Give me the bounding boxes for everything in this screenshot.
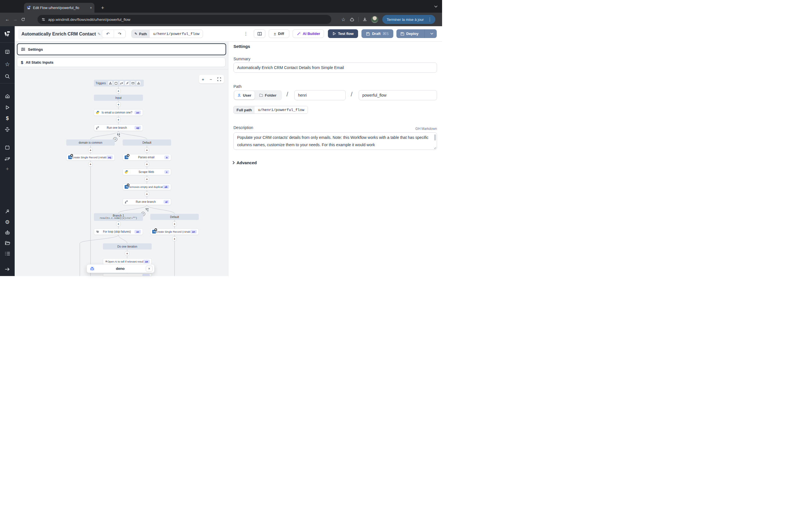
branch-node-branch-1[interactable]: Branch 1 results.c.some((x)=>x!=""): [94, 213, 143, 221]
new-tab-button[interactable]: +: [99, 4, 106, 11]
schedules-icon[interactable]: [0, 144, 15, 152]
windmill-favicon: [27, 6, 31, 10]
do-one-iteration-node[interactable]: Do one iteration: [103, 243, 152, 249]
forward-icon[interactable]: →: [11, 15, 19, 23]
textarea-scrollbar[interactable]: [434, 134, 436, 140]
step-node-is-email[interactable]: Is email a common one? ao: [94, 109, 143, 116]
step-id-badge: ak: [163, 185, 169, 189]
docs-book-button[interactable]: [254, 29, 265, 38]
diff-button[interactable]: ± Diff: [269, 29, 289, 38]
description-textarea[interactable]: Populate your CRM contacts' details from…: [234, 132, 437, 150]
settings-gear-icon[interactable]: ⚙: [0, 218, 15, 226]
routes-icon[interactable]: [0, 155, 15, 163]
popup-close-button[interactable]: ×: [146, 266, 153, 272]
user-account-icon[interactable]: [0, 207, 15, 216]
textarea-resize-handle[interactable]: [434, 147, 436, 149]
step-node-parses-email[interactable]: TS Parses email a: [123, 154, 171, 161]
variables-icon[interactable]: $: [0, 114, 15, 122]
favorites-star-icon[interactable]: ☆: [0, 60, 15, 68]
step-id-badge: al: [163, 200, 169, 204]
search-icon[interactable]: [0, 72, 15, 80]
step-node-partial[interactable]: [103, 273, 152, 276]
add-step-button[interactable]: +: [116, 222, 121, 226]
expand-sidebar-icon[interactable]: [0, 265, 15, 274]
websocket-trigger-icon[interactable]: [125, 81, 130, 86]
path-owner-input[interactable]: [294, 90, 346, 100]
http-route-trigger-icon[interactable]: [119, 81, 124, 86]
input-node[interactable]: Input: [94, 95, 143, 101]
add-item-icon[interactable]: +: [0, 165, 15, 173]
graph-edges: [15, 42, 229, 276]
deploy-dropdown-chevron-icon[interactable]: [426, 33, 437, 35]
download-icon[interactable]: [363, 17, 367, 22]
add-branch-button[interactable]: [144, 207, 149, 212]
chrome-menu-kebab-icon[interactable]: ⋮: [426, 17, 434, 22]
extensions-icon[interactable]: [350, 17, 354, 22]
add-branch-button[interactable]: [116, 133, 121, 137]
deploy-button[interactable]: Deploy: [396, 32, 422, 36]
step-node-scrape-web[interactable]: Scrape Web c: [123, 169, 171, 175]
site-settings-icon[interactable]: [42, 17, 45, 21]
toggle-user[interactable]: User: [234, 91, 255, 100]
add-step-button[interactable]: +: [145, 162, 149, 166]
resources-icon[interactable]: [0, 125, 15, 134]
workspace-icon[interactable]: [0, 48, 15, 56]
more-options-kebab-icon[interactable]: ⋮: [243, 29, 249, 38]
poll-trigger-icon[interactable]: [136, 81, 141, 86]
path-name-input[interactable]: [359, 90, 437, 100]
add-step-button[interactable]: +: [145, 148, 149, 152]
tab-search-chevron-icon[interactable]: [433, 3, 439, 10]
add-step-button[interactable]: +: [116, 117, 121, 122]
step-node-create-record-default[interactable]: TS Create Single Record (Airtable) an: [150, 228, 199, 235]
triggers-node[interactable]: Triggers: [94, 80, 144, 87]
add-step-button[interactable]: +: [145, 177, 149, 181]
ai-builder-button[interactable]: AI Builder: [293, 29, 324, 38]
chrome-update-button[interactable]: Terminer la mise à jour ⋮: [382, 15, 436, 24]
test-flow-button[interactable]: Test flow: [328, 29, 358, 38]
audit-logs-icon[interactable]: [0, 249, 15, 258]
branch-node-domain-is-common[interactable]: domain is common: [66, 139, 115, 146]
runs-icon[interactable]: [0, 103, 15, 112]
add-step-button[interactable]: +: [172, 237, 177, 241]
path-separator: /: [351, 91, 352, 98]
workers-robot-icon[interactable]: [0, 228, 15, 237]
profile-avatar[interactable]: [371, 16, 378, 23]
redo-button[interactable]: ↷: [114, 32, 125, 36]
step-node-run-one-branch-bottom[interactable]: Run one branch al: [123, 199, 171, 205]
step-node-for-loop[interactable]: For loop (skip failures) ac: [94, 228, 143, 235]
flow-path-pill[interactable]: ✎Path u/henri/powerful_flow: [132, 30, 203, 38]
add-step-button[interactable]: +: [172, 222, 177, 226]
reload-icon[interactable]: [19, 15, 27, 23]
tab-close-icon[interactable]: ×: [88, 6, 92, 10]
url-bar[interactable]: app.windmill.dev/flows/edit/u/henri/powe…: [38, 15, 331, 24]
add-step-button[interactable]: +: [116, 89, 121, 93]
add-step-button[interactable]: +: [116, 102, 121, 107]
draft-button[interactable]: Draft ⌘S: [361, 29, 393, 38]
home-icon[interactable]: [0, 92, 15, 100]
step-node-run-one-branch-top[interactable]: Run one branch ap: [94, 124, 143, 131]
toggle-folder[interactable]: Folder: [255, 91, 281, 100]
step-node-openai[interactable]: ✳ Open AI to tell if relevant result ae: [103, 258, 152, 265]
advanced-section-toggle[interactable]: Advanced: [232, 160, 257, 165]
summary-input[interactable]: [234, 62, 437, 73]
bookmark-star-icon[interactable]: ☆: [341, 17, 345, 22]
email-trigger-icon[interactable]: [131, 81, 135, 86]
edit-title-pencil-icon[interactable]: ✎: [98, 32, 101, 36]
step-node-removes-empty[interactable]: TS Removes empty and duplicates ak: [123, 184, 171, 190]
add-step-button[interactable]: +: [125, 251, 130, 256]
flow-title[interactable]: Automatically Enrich CRM Contact ✎: [18, 29, 104, 40]
step-node-create-record-domain[interactable]: TS Create Single Record (Airtable) aq: [66, 154, 115, 161]
windmill-logo-icon[interactable]: [0, 30, 15, 38]
undo-button[interactable]: ↶: [102, 32, 114, 36]
schedule-trigger-icon[interactable]: [114, 81, 118, 86]
add-step-button[interactable]: +: [88, 148, 93, 152]
webhook-trigger-icon[interactable]: [108, 81, 112, 86]
add-step-button[interactable]: +: [88, 162, 93, 166]
folders-icon[interactable]: [0, 239, 15, 247]
language-popup[interactable]: deno ×: [87, 264, 154, 273]
back-icon[interactable]: ←: [3, 15, 11, 23]
browser-tab[interactable]: Edit Flow u/henri/powerful_flo ×: [24, 3, 94, 13]
branch-node-default-top[interactable]: Default: [123, 139, 171, 146]
branch-node-default-bottom[interactable]: Default: [150, 214, 199, 220]
add-step-button[interactable]: +: [145, 192, 149, 196]
